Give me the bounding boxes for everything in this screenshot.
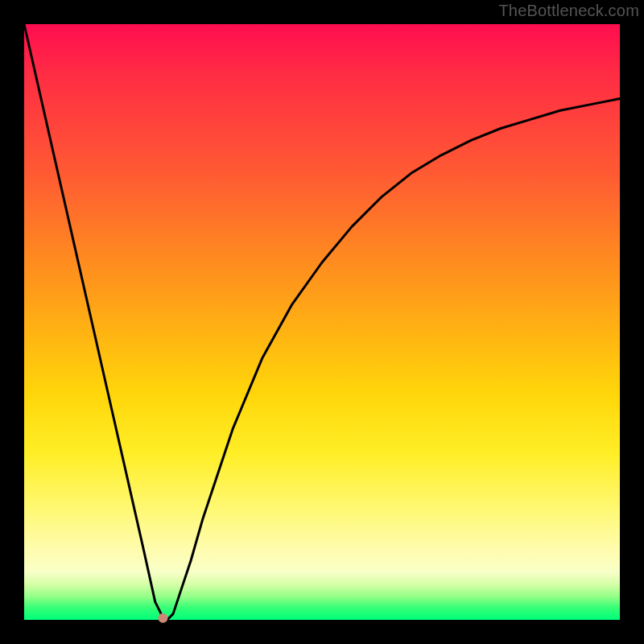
plot-area	[24, 24, 620, 620]
bottleneck-curve-line	[24, 24, 620, 620]
chart-frame: TheBottleneck.com	[0, 0, 644, 644]
optimum-marker	[158, 613, 167, 623]
curve-svg	[24, 24, 620, 620]
watermark-text: TheBottleneck.com	[498, 2, 639, 20]
